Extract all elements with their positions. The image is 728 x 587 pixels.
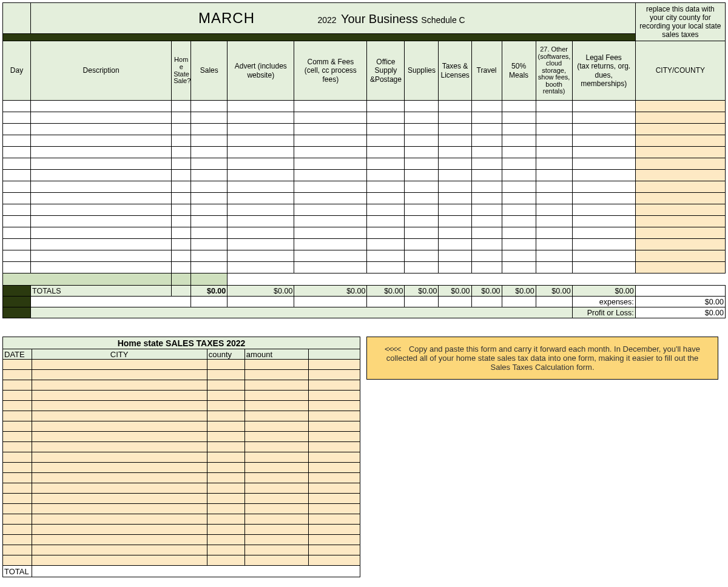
- cell[interactable]: [228, 239, 294, 250]
- data-row[interactable]: [3, 181, 726, 193]
- cell[interactable]: [572, 124, 635, 135]
- cell[interactable]: [502, 193, 536, 204]
- cell[interactable]: [244, 463, 308, 473]
- cell[interactable]: [439, 112, 471, 124]
- cell[interactable]: [3, 545, 32, 555]
- cell[interactable]: [191, 250, 228, 262]
- cell[interactable]: [244, 411, 308, 421]
- cell[interactable]: [32, 504, 207, 514]
- tax-row[interactable]: [3, 391, 360, 401]
- cell[interactable]: [3, 124, 31, 135]
- cell[interactable]: [536, 124, 572, 135]
- cell[interactable]: [439, 181, 471, 193]
- tax-row[interactable]: [3, 555, 360, 566]
- cell[interactable]: [536, 227, 572, 239]
- cell[interactable]: [3, 135, 31, 147]
- cell[interactable]: [32, 411, 207, 421]
- cell[interactable]: [3, 101, 31, 112]
- cell[interactable]: [207, 463, 244, 473]
- tax-row[interactable]: [3, 370, 360, 380]
- data-row[interactable]: [3, 250, 726, 262]
- cell[interactable]: [191, 147, 228, 158]
- cell[interactable]: [172, 147, 191, 158]
- cell[interactable]: [439, 124, 471, 135]
- cell[interactable]: [439, 239, 471, 250]
- cell[interactable]: [3, 239, 31, 250]
- cell[interactable]: [367, 101, 405, 112]
- cell[interactable]: [172, 193, 191, 204]
- cell[interactable]: [309, 504, 360, 514]
- cell[interactable]: [536, 239, 572, 250]
- cell[interactable]: [572, 262, 635, 273]
- cell[interactable]: [207, 452, 244, 463]
- cell[interactable]: [228, 250, 294, 262]
- cell[interactable]: [367, 216, 405, 227]
- cell[interactable]: [228, 112, 294, 124]
- tax-row[interactable]: [3, 504, 360, 514]
- cell[interactable]: [32, 545, 207, 555]
- cell[interactable]: [294, 101, 367, 112]
- cell[interactable]: [536, 135, 572, 147]
- cell[interactable]: [471, 193, 502, 204]
- tax-row[interactable]: [3, 514, 360, 525]
- cell[interactable]: [244, 432, 308, 442]
- cell[interactable]: [635, 147, 725, 158]
- cell[interactable]: [367, 112, 405, 124]
- tax-row[interactable]: [3, 525, 360, 535]
- cell[interactable]: [294, 158, 367, 170]
- cell[interactable]: [3, 147, 31, 158]
- cell[interactable]: [635, 124, 725, 135]
- cell[interactable]: [536, 204, 572, 216]
- cell[interactable]: [3, 227, 31, 239]
- cell[interactable]: [502, 170, 536, 181]
- cell[interactable]: [172, 135, 191, 147]
- cell[interactable]: [367, 158, 405, 170]
- cell[interactable]: [309, 514, 360, 525]
- cell[interactable]: [3, 250, 31, 262]
- cell[interactable]: [228, 216, 294, 227]
- cell[interactable]: [439, 216, 471, 227]
- cell[interactable]: [244, 421, 308, 432]
- cell[interactable]: [309, 411, 360, 421]
- cell[interactable]: [32, 401, 207, 411]
- cell[interactable]: [3, 193, 31, 204]
- cell[interactable]: [294, 193, 367, 204]
- cell[interactable]: [502, 112, 536, 124]
- cell[interactable]: [3, 112, 31, 124]
- cell[interactable]: [32, 432, 207, 442]
- cell[interactable]: [3, 555, 32, 566]
- cell[interactable]: [31, 227, 172, 239]
- cell[interactable]: [405, 239, 439, 250]
- cell[interactable]: [471, 239, 502, 250]
- cell[interactable]: [31, 262, 172, 273]
- cell[interactable]: [294, 239, 367, 250]
- cell[interactable]: [32, 452, 207, 463]
- cell[interactable]: [3, 463, 32, 473]
- cell[interactable]: [405, 112, 439, 124]
- cell[interactable]: [3, 535, 32, 545]
- cell[interactable]: [244, 452, 308, 463]
- cell[interactable]: [405, 193, 439, 204]
- cell[interactable]: [471, 216, 502, 227]
- tax-row[interactable]: [3, 411, 360, 421]
- cell[interactable]: [244, 442, 308, 452]
- tax-row[interactable]: [3, 401, 360, 411]
- cell[interactable]: [367, 262, 405, 273]
- cell[interactable]: [3, 525, 32, 535]
- cell[interactable]: [471, 170, 502, 181]
- cell[interactable]: [32, 380, 207, 391]
- cell[interactable]: [405, 170, 439, 181]
- cell[interactable]: [502, 135, 536, 147]
- cell[interactable]: [3, 442, 32, 452]
- cell[interactable]: [191, 135, 228, 147]
- cell[interactable]: [309, 401, 360, 411]
- cell[interactable]: [502, 147, 536, 158]
- cell[interactable]: [3, 391, 32, 401]
- cell[interactable]: [32, 483, 207, 494]
- cell[interactable]: [471, 135, 502, 147]
- cell[interactable]: [309, 555, 360, 566]
- tax-row[interactable]: [3, 494, 360, 504]
- tax-row[interactable]: [3, 380, 360, 391]
- cell[interactable]: [471, 204, 502, 216]
- cell[interactable]: [244, 380, 308, 391]
